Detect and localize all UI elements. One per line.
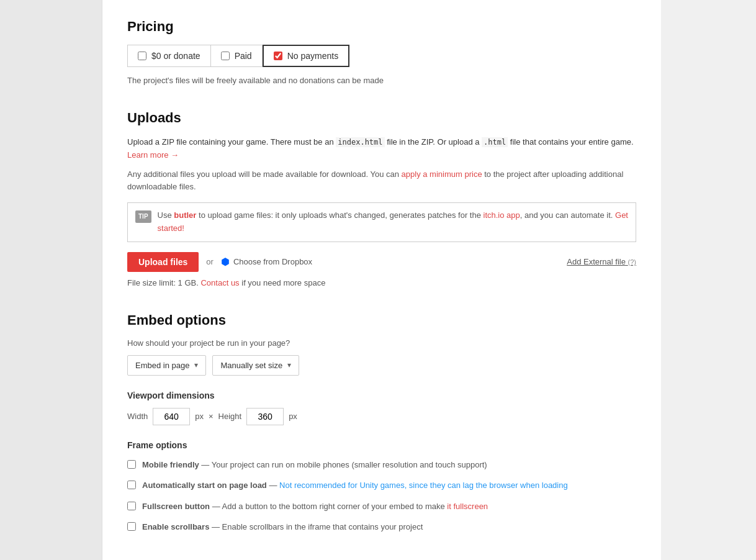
fullscreen-btn-text: Fullscreen button — Add a button to the … [142, 500, 488, 513]
fullscreen-btn-checkbox[interactable] [127, 502, 136, 510]
px1-label: px [195, 412, 204, 421]
pricing-label-free: $0 or donate [151, 51, 200, 61]
embed-size-label: Manually set size [220, 361, 282, 370]
pricing-option-paid[interactable]: Paid [211, 45, 263, 67]
embed-size-arrow-icon: ▾ [287, 361, 291, 369]
tip-text: Use butler to upload game files: it only… [158, 209, 628, 235]
uploads-code2: .html [482, 137, 508, 147]
or-text: or [206, 257, 214, 266]
dropbox-link[interactable]: ⬢ Choose from Dropbox [221, 256, 312, 268]
embed-title: Embed options [127, 312, 636, 328]
uploads-note: Any additional files you upload will be … [127, 168, 636, 194]
tip-text-before: Use [158, 210, 174, 220]
mobile-friendly-checkbox[interactable] [127, 460, 136, 469]
embed-dropdowns: Embed in page ▾ Manually set size ▾ [127, 355, 636, 376]
uploads-code1: index.html [336, 137, 384, 147]
add-external-link[interactable]: Add External file (?) [567, 257, 636, 266]
auto-start-text: Automatically start on page load — Not r… [142, 479, 568, 492]
pricing-option-nopayments[interactable]: No payments [263, 45, 349, 67]
embed-type-arrow-icon: ▾ [194, 361, 198, 369]
pricing-label-nopayments: No payments [287, 51, 338, 61]
embed-section: Embed options How should your project be… [127, 312, 636, 533]
sidebar [0, 0, 102, 560]
width-input[interactable] [153, 408, 190, 425]
frame-option-fullscreen: Fullscreen button — Add a button to the … [127, 500, 636, 513]
frame-option-mobile: Mobile friendly — Your project can run o… [127, 459, 636, 471]
pricing-checkbox-paid[interactable] [221, 52, 230, 60]
pricing-description: The project's files will be freely avail… [127, 76, 636, 85]
embed-type-dropdown[interactable]: Embed in page ▾ [127, 355, 206, 376]
frame-options-label: Frame options [127, 440, 636, 450]
file-size-after: if you need more space [240, 278, 326, 287]
frame-option-autostart: Automatically start on page load — Not r… [127, 479, 636, 492]
apply-min-price-link[interactable]: apply a minimum price [402, 169, 482, 179]
height-label: Height [218, 412, 242, 421]
auto-start-checkbox[interactable] [127, 481, 136, 489]
dropbox-icon: ⬢ [221, 256, 230, 268]
uploads-desc-text2: file in the ZIP. Or upload a [385, 137, 482, 147]
viewport-label: Viewport dimensions [127, 391, 636, 400]
scrollbars-checkbox[interactable] [127, 522, 136, 531]
pricing-checkbox-free[interactable] [138, 52, 146, 60]
upload-files-button[interactable]: Upload files [127, 252, 199, 272]
butler-link[interactable]: butler [174, 210, 196, 220]
pricing-checkbox-nopayments[interactable] [274, 52, 282, 60]
height-input[interactable] [246, 408, 284, 425]
file-size-text: File size limit: 1 GB. [127, 278, 200, 287]
embed-size-dropdown[interactable]: Manually set size ▾ [212, 355, 299, 376]
px2-label: px [289, 412, 297, 421]
file-size-note: File size limit: 1 GB. Contact us if you… [127, 278, 636, 287]
pricing-title: Pricing [127, 19, 636, 35]
viewport-inputs: Width px × Height px [127, 408, 636, 425]
uploads-desc-text1: Upload a ZIP file containing your game. … [127, 137, 336, 147]
pricing-section: Pricing $0 or donate Paid No payments Th… [127, 19, 636, 85]
fullscreen-link[interactable]: it fullscreen [447, 502, 488, 511]
page-wrapper: Pricing $0 or donate Paid No payments Th… [0, 0, 756, 560]
embed-question: How should your project be run in your p… [127, 338, 636, 348]
uploads-desc-text3: file that contains your entire game. [508, 137, 633, 147]
tip-box: TIP Use butler to upload game files: it … [127, 202, 636, 242]
x-separator: × [209, 412, 214, 421]
tip-text-after: , and you can automate it. [520, 210, 615, 220]
scrollbars-text: Enable scrollbars — Enable scrollbars in… [142, 521, 423, 533]
embed-type-label: Embed in page [135, 361, 189, 370]
learn-more-link[interactable]: Learn more → [127, 150, 179, 160]
itchio-app-link[interactable]: itch.io app [484, 210, 520, 220]
viewport-section: Viewport dimensions Width px × Height px [127, 391, 636, 425]
uploads-description: Upload a ZIP file containing your game. … [127, 136, 636, 162]
contact-us-link[interactable]: Contact us [200, 278, 239, 287]
upload-actions: Upload files or ⬢ Choose from Dropbox Ad… [127, 252, 636, 272]
dropbox-label: Choose from Dropbox [233, 257, 312, 266]
frame-options-section: Frame options Mobile friendly — Your pro… [127, 440, 636, 533]
pricing-option-free[interactable]: $0 or donate [127, 45, 211, 67]
tip-text-mid: to upload game files: it only uploads wh… [196, 210, 483, 220]
pricing-label-paid: Paid [235, 51, 252, 61]
uploads-title: Uploads [127, 110, 636, 126]
mobile-friendly-text: Mobile friendly — Your project can run o… [142, 459, 487, 471]
main-content: Pricing $0 or donate Paid No payments Th… [102, 0, 661, 560]
frame-option-scrollbars: Enable scrollbars — Enable scrollbars in… [127, 521, 636, 533]
tip-badge: TIP [135, 210, 151, 223]
pricing-options: $0 or donate Paid No payments [127, 45, 636, 67]
width-label: Width [127, 412, 148, 421]
uploads-section: Uploads Upload a ZIP file containing you… [127, 110, 636, 287]
